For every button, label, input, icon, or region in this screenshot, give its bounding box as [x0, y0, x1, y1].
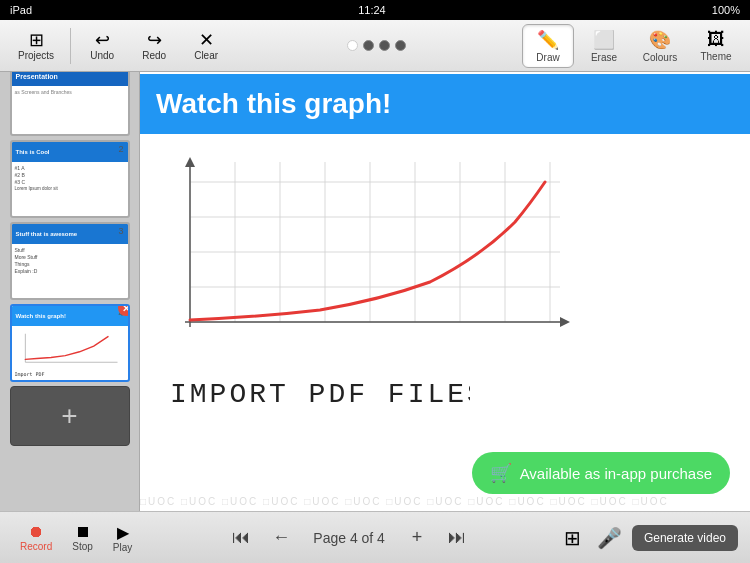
- playback-controls: ⏺ Record ⏹ Stop ▶ Play: [12, 519, 140, 557]
- svg-text:IMPORT  PDF FILES!: IMPORT PDF FILES!: [170, 379, 470, 410]
- slide-num-3: 3: [118, 226, 123, 236]
- handwritten-area: IMPORT PDF FILES!: [170, 362, 470, 421]
- draw-icon: ✏️: [537, 29, 559, 51]
- record-button[interactable]: ⏺ Record: [12, 519, 60, 556]
- add-slide-button[interactable]: +: [10, 386, 130, 446]
- slide-thumb-4[interactable]: ✕ Watch this graph! Import PDF 4: [10, 304, 130, 382]
- thumb2-content: This is Cool #1 A#2 B#3 C Lorem Ipsum do…: [12, 142, 128, 216]
- svg-marker-19: [185, 157, 195, 167]
- thumb3-header: Stuff that is awesome: [12, 224, 128, 244]
- watermark-bottom: □UOC □UOC □UOC □UOC □UOC □UOC □UOC □UOC …: [140, 490, 750, 512]
- time-label: 11:24: [358, 4, 386, 16]
- drawing-tools: [347, 40, 406, 51]
- cart-icon: 🛒: [490, 462, 512, 484]
- stop-button[interactable]: ⏹ Stop: [64, 519, 101, 556]
- status-bar: iPad 11:24 100%: [0, 0, 750, 20]
- stop-label: Stop: [72, 541, 93, 552]
- colours-icon: 🎨: [649, 29, 671, 51]
- projects-button[interactable]: ⊞ Projects: [8, 27, 64, 65]
- handwritten-text: IMPORT PDF FILES!: [170, 362, 470, 417]
- stop-icon: ⏹: [75, 523, 91, 541]
- grid-view-button[interactable]: ⊞: [558, 524, 587, 552]
- main-canvas: □UOC □UOC □UOC □UOC □UOC □UOC □UOC □UOC …: [140, 52, 750, 512]
- play-label: Play: [113, 542, 132, 553]
- slide-thumb-2[interactable]: This is Cool #1 A#2 B#3 C Lorem Ipsum do…: [10, 140, 130, 218]
- generate-video-button[interactable]: Generate video: [632, 525, 738, 551]
- colours-button[interactable]: 🎨 Colours: [634, 25, 686, 67]
- thumb4-body: Import PDF: [12, 326, 128, 380]
- mic-icon: 🎤: [597, 526, 622, 550]
- play-button[interactable]: ▶ Play: [105, 519, 140, 557]
- thumb1-body: as Screens and Branches: [12, 86, 128, 98]
- slide-thumb-3[interactable]: Stuff that is awesome StuffMore StuffThi…: [10, 222, 130, 300]
- last-page-button[interactable]: ⏭: [441, 522, 473, 554]
- erase-icon: ⬜: [593, 29, 615, 51]
- main-graph: [160, 152, 580, 352]
- erase-label: Erase: [591, 52, 617, 63]
- tool-dot-4[interactable]: [395, 40, 406, 51]
- prev-page-button[interactable]: ←: [265, 522, 297, 554]
- toolbar-right: ✏️ Draw ⬜ Erase 🎨 Colours 🖼 Theme: [522, 24, 742, 68]
- thumb2-body: #1 A#2 B#3 C Lorem Ipsum dolor sit: [12, 162, 128, 195]
- page-info: Page 4 of 4: [305, 530, 393, 546]
- thumb4-graph: [15, 329, 125, 367]
- undo-icon: ↩: [95, 31, 110, 49]
- page-navigation: ⏮ ← Page 4 of 4 + ⏭: [225, 522, 473, 554]
- iap-banner[interactable]: 🛒 Available as in-app purchase: [472, 452, 730, 494]
- play-icon: ▶: [117, 523, 129, 542]
- undo-label: Undo: [90, 50, 114, 61]
- redo-button[interactable]: ↪ Redo: [129, 27, 179, 65]
- thumb3-body: StuffMore StuffThingsExplain :D: [12, 244, 128, 278]
- slide-num-2: 2: [118, 144, 123, 154]
- battery-label: 100%: [712, 4, 740, 16]
- next-page-button[interactable]: +: [401, 522, 433, 554]
- theme-button[interactable]: 🖼 Theme: [690, 25, 742, 66]
- clear-icon: ✕: [199, 31, 214, 49]
- slide-main-title: Watch this graph!: [156, 88, 391, 120]
- slide-area: □UOC □UOC □UOC □UOC □UOC □UOC □UOC □UOC …: [140, 52, 750, 512]
- toolbar-left: ⊞ Projects ↩ Undo ↪ Redo ✕ Clear: [8, 27, 231, 65]
- carrier-label: iPad: [10, 4, 32, 16]
- svg-marker-18: [560, 317, 570, 327]
- clear-label: Clear: [194, 50, 218, 61]
- thumb4-content: Watch this graph! Import PDF: [12, 306, 128, 380]
- tool-dot-3[interactable]: [379, 40, 390, 51]
- thumb3-title: Stuff that is awesome: [16, 231, 78, 237]
- record-mode-button[interactable]: 🎤: [591, 524, 628, 552]
- undo-button[interactable]: ↩ Undo: [77, 27, 127, 65]
- colours-label: Colours: [643, 52, 677, 63]
- thumb4-header: Watch this graph!: [12, 306, 128, 326]
- draw-label: Draw: [536, 52, 559, 63]
- thumb4-title: Watch this graph!: [16, 313, 66, 319]
- clear-button[interactable]: ✕ Clear: [181, 27, 231, 65]
- thumb2-title: This is Cool: [16, 149, 50, 155]
- thumb3-content: Stuff that is awesome StuffMore StuffThi…: [12, 224, 128, 298]
- toolbar-center: [231, 40, 522, 51]
- record-icon: ⏺: [28, 523, 44, 541]
- theme-icon: 🖼: [707, 29, 725, 50]
- watermark-bottom-text: □UOC □UOC □UOC □UOC □UOC □UOC □UOC □UOC …: [140, 496, 669, 507]
- record-label: Record: [20, 541, 52, 552]
- thumb2-header: This is Cool: [12, 142, 128, 162]
- erase-button[interactable]: ⬜ Erase: [578, 25, 630, 67]
- generate-label: Generate video: [644, 531, 726, 545]
- slide-header: Watch this graph!: [140, 74, 750, 134]
- video-controls: ⊞ 🎤 Generate video: [558, 524, 738, 552]
- slide-panel: AwesomePresentation as Screens and Branc…: [0, 52, 140, 563]
- iap-text: Available as in-app purchase: [520, 465, 712, 482]
- top-toolbar: ⊞ Projects ↩ Undo ↪ Redo ✕ Clear ✏️ Draw: [0, 20, 750, 72]
- first-page-button[interactable]: ⏮: [225, 522, 257, 554]
- graph-area: [160, 152, 580, 352]
- bottom-bar: ⏺ Record ⏹ Stop ▶ Play ⏮ ← Page 4 of 4 +…: [0, 511, 750, 563]
- redo-icon: ↪: [147, 31, 162, 49]
- toolbar-separator: [70, 28, 71, 64]
- theme-label: Theme: [700, 51, 731, 62]
- redo-label: Redo: [142, 50, 166, 61]
- projects-icon: ⊞: [29, 31, 44, 49]
- projects-label: Projects: [18, 50, 54, 61]
- add-slide-icon: +: [61, 402, 77, 430]
- grid-icon: ⊞: [564, 526, 581, 550]
- tool-dot-1[interactable]: [347, 40, 358, 51]
- tool-dot-2[interactable]: [363, 40, 374, 51]
- draw-button[interactable]: ✏️ Draw: [522, 24, 574, 68]
